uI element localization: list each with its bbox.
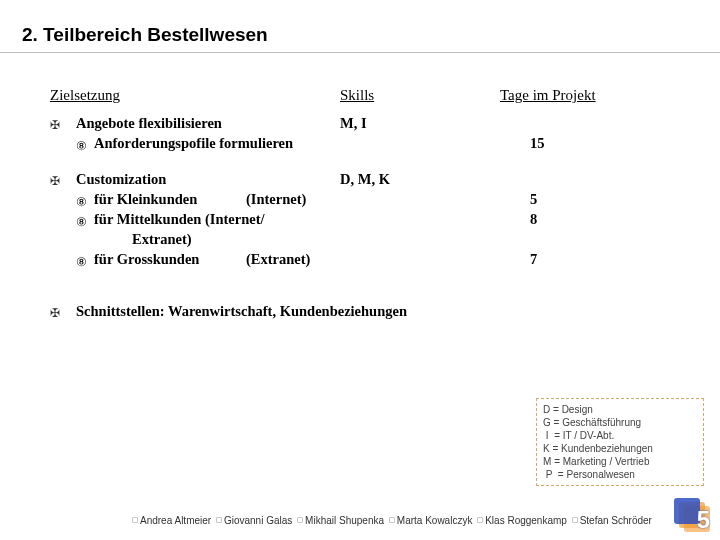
logo: 5 [666, 498, 710, 532]
sub-row-cont: Extranet) [50, 229, 720, 249]
footer-name: Andrea Altmeier [140, 515, 211, 526]
goal-skills: D, M, K [340, 169, 390, 189]
footer-name: Giovanni Galas [224, 515, 292, 526]
header-skills: Skills [340, 87, 374, 104]
goal-skills: M, I [340, 113, 367, 133]
slide-title: 2. Teilbereich Bestellwesen [0, 0, 720, 52]
separator-icon [572, 517, 578, 523]
separator-icon [477, 517, 483, 523]
footer-name: Marta Kowalczyk [397, 515, 473, 526]
cross-icon: ✠ [50, 171, 60, 191]
sub-row: ⑧ Anforderungspofile formulieren 15 [50, 133, 720, 153]
legend-box: D = Design G = Geschäftsführung I = IT /… [536, 398, 704, 486]
footer-names: Andrea Altmeier Giovanni Galas Mikhail S… [130, 515, 652, 526]
sub-days: 8 [530, 209, 537, 229]
header-tage: Tage im Projekt [500, 87, 596, 104]
legend-row: D = Design [543, 403, 697, 416]
content-area: Zielsetzung Skills Tage im Projekt ✠ Ang… [0, 53, 720, 321]
legend-row: K = Kundenbeziehungen [543, 442, 697, 455]
sub-days: 15 [530, 133, 545, 153]
header-zielsetzung: Zielsetzung [50, 87, 120, 104]
legend-row: M = Marketing / Vertrieb [543, 455, 697, 468]
sub-row: ⑧ für Grosskunden (Extranet) 7 [50, 249, 720, 269]
sub-row: ⑧ für Kleinkunden (Internet) 5 [50, 189, 720, 209]
separator-icon [389, 517, 395, 523]
goal-label: Schnittstellen: Warenwirtschaft, Kundenb… [76, 301, 407, 321]
sub-paren: (Extranet) [246, 249, 310, 269]
footer-name: Mikhail Shupenka [305, 515, 384, 526]
separator-icon [132, 517, 138, 523]
goal-row: ✠ Angebote flexibilisieren M, I [50, 113, 720, 133]
sub-label: für Kleinkunden [94, 189, 197, 209]
goal-row: ✠ Customization D, M, K [50, 169, 720, 189]
separator-icon [297, 517, 303, 523]
bullet-icon: ⑧ [76, 136, 87, 156]
sub-label: für Mittelkunden (Internet/ [94, 209, 265, 229]
sub-days: 5 [530, 189, 537, 209]
sub-label-cont: Extranet) [132, 229, 192, 249]
legend-row: I = IT / DV-Abt. [543, 429, 697, 442]
separator-icon [216, 517, 222, 523]
sub-days: 7 [530, 249, 537, 269]
legend-row: P = Personalwesen [543, 468, 697, 481]
goal-label: Angebote flexibilisieren [76, 113, 222, 133]
sub-paren: (Internet) [246, 189, 306, 209]
footer-name: Stefan Schröder [580, 515, 652, 526]
goal-label: Customization [76, 169, 166, 189]
sub-row: ⑧ für Mittelkunden (Internet/ 8 [50, 209, 720, 229]
sub-label: für Grosskunden [94, 249, 199, 269]
sub-label: Anforderungspofile formulieren [94, 133, 293, 153]
footer-name: Klas Roggenkamp [485, 515, 567, 526]
goal-row: ✠ Schnittstellen: Warenwirtschaft, Kunde… [50, 301, 720, 321]
legend-row: G = Geschäftsführung [543, 416, 697, 429]
cross-icon: ✠ [50, 115, 60, 135]
logo-number: 5 [697, 506, 710, 534]
cross-icon: ✠ [50, 303, 60, 323]
bullet-icon: ⑧ [76, 252, 87, 272]
column-headers: Zielsetzung Skills Tage im Projekt [50, 87, 720, 109]
